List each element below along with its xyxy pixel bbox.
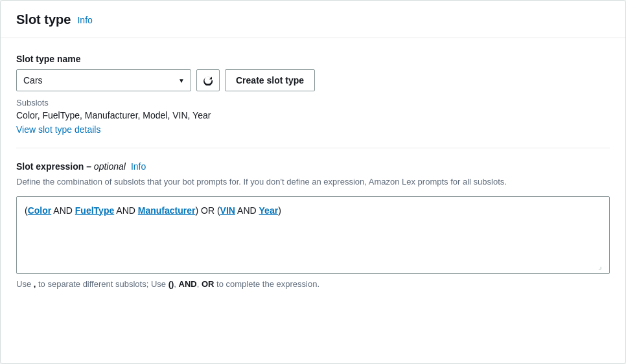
page-title: Slot type [16, 12, 71, 27]
slot-expression-section: Slot expression – optional Info Define t… [16, 161, 610, 289]
slot-expression-header: Slot expression – optional Info [16, 161, 610, 172]
expr-manufacturer-link[interactable]: Manufacturer [138, 205, 196, 216]
content-area: Slot type name Cars ▼ Create slot type [1, 38, 625, 304]
expr-vin-link[interactable]: VIN [220, 205, 235, 216]
expr-fueltype-link[interactable]: FuelType [75, 205, 114, 216]
slot-type-select-wrapper: Cars ▼ [16, 69, 191, 91]
expr-and-3: AND [235, 205, 259, 216]
refresh-button[interactable] [196, 69, 220, 91]
slot-type-name-section: Slot type name Cars ▼ Create slot type [16, 54, 610, 135]
hint-parens: () [168, 279, 174, 289]
resize-handle-icon[interactable]: ⌟ [598, 262, 607, 271]
slot-expression-description: Define the combination of subslots that … [16, 176, 610, 188]
expr-and-2: AND [114, 205, 138, 216]
refresh-icon [203, 75, 213, 85]
expression-content: (Color AND FuelType AND Manufacturer) OR… [25, 203, 601, 218]
expr-year-link[interactable]: Year [259, 205, 279, 216]
create-slot-type-button[interactable]: Create slot type [225, 69, 315, 91]
subslots-value: Color, FuelType, Manufacturer, Model, VI… [16, 110, 610, 120]
header-info-link[interactable]: Info [77, 15, 92, 25]
page-container: Slot type Info Slot type name Cars ▼ [0, 0, 626, 364]
expression-textarea[interactable]: (Color AND FuelType AND Manufacturer) OR… [16, 196, 610, 274]
page-header: Slot type Info [1, 1, 625, 38]
hint-or: OR [202, 279, 214, 289]
expression-hint: Use , to separate different subslots; Us… [16, 279, 610, 289]
hint-and: AND [179, 279, 197, 289]
expr-close-paren: ) [278, 205, 281, 216]
slot-expression-title: Slot expression – optional [16, 161, 126, 172]
expr-middle: ) OR ( [196, 205, 220, 216]
view-slot-type-details-link[interactable]: View slot type details [16, 124, 100, 135]
slot-type-controls-row: Cars ▼ Create slot type [16, 69, 610, 91]
hint-comma: , [34, 279, 36, 289]
slot-expression-info-link[interactable]: Info [131, 161, 146, 172]
expr-and-1: AND [51, 205, 75, 216]
subslots-label: Subslots [16, 98, 610, 108]
expr-color-link[interactable]: Color [28, 205, 52, 216]
slot-type-name-label: Slot type name [16, 54, 610, 64]
section-divider [16, 148, 610, 148]
optional-label: optional [94, 161, 126, 172]
slot-type-select[interactable]: Cars [16, 69, 191, 91]
